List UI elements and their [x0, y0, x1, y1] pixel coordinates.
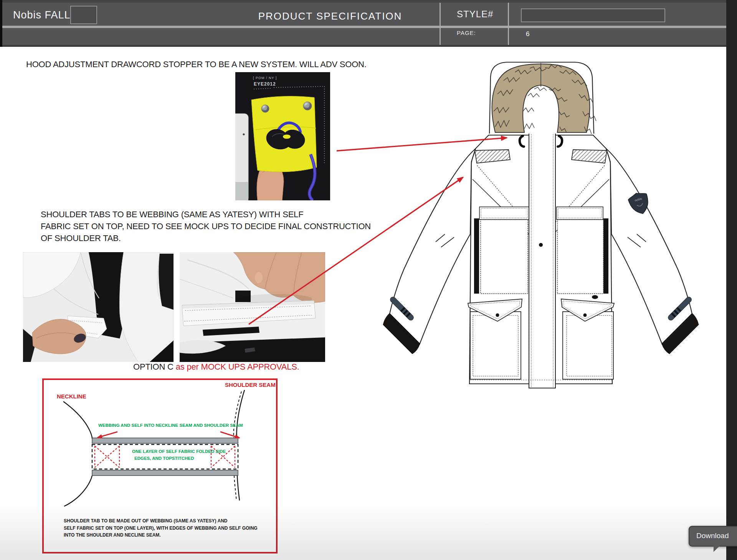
left-lower-pocket — [470, 312, 521, 379]
drawcord-stopper-art — [235, 72, 330, 200]
header-bottom-strip — [0, 45, 737, 47]
header-top-strip — [0, 0, 737, 3]
diagram-bottom-note-line1: SHOULDER TAB TO BE MADE OUT OF WEBBING (… — [64, 517, 258, 525]
right-pocket-snap — [583, 314, 587, 317]
self-fabric-note-line2: EDGES, AND TOPSTITCHED — [134, 456, 194, 461]
shoulder-tab-photo-2 — [180, 252, 325, 362]
shoulder-tab-note-line1: SHOULDER TABS TO BE WEBBING (SAME AS YAT… — [41, 208, 371, 220]
jacket-technical-drawing: nobis — [380, 54, 718, 407]
left-pocket-snap — [496, 314, 499, 317]
shoulder-tab-note: SHOULDER TABS TO BE WEBBING (SAME AS YAT… — [41, 208, 371, 244]
style-number-label: STYLE# — [457, 9, 493, 20]
download-button-label: Download — [689, 527, 737, 545]
download-button[interactable]: Download — [689, 526, 737, 547]
webbing-bar-bottom — [92, 470, 238, 476]
brand-title: Nobis FALL — [13, 9, 71, 21]
window-left-edge — [0, 0, 2, 47]
header-divider-1 — [440, 3, 441, 45]
right-chest-pocket — [557, 220, 603, 294]
window-right-edge[interactable] — [726, 0, 737, 560]
right-sleeve — [606, 149, 692, 344]
page-label: PAGE: — [457, 30, 476, 36]
right-lower-pocket — [563, 312, 613, 379]
header-divider-2 — [508, 3, 509, 45]
diagram-bottom-note: SHOULDER TAB TO BE MADE OUT OF WEBBING (… — [64, 517, 258, 539]
right-side-panel — [603, 218, 608, 294]
page-title: PRODUCT SPECIFICATION — [234, 10, 426, 22]
page: { "header": { "brand": "Nobis FALL", "ti… — [0, 0, 737, 560]
hood-adjustment-note: HOOD ADJUSTMENT DRAWCORD STOPPER TO BE A… — [26, 59, 367, 69]
diagram-bottom-note-line3: INTO THE SHOULDER AND NECLINE SEAM. — [64, 532, 258, 539]
right-chest-flap — [557, 207, 603, 220]
shoulder-tab-note-line2: FABRIC SET ON TOP, NEED TO SEE MOCK UPS … — [41, 220, 371, 232]
page-number: 6 — [526, 30, 529, 38]
left-side-panel — [474, 218, 479, 294]
style-number-input[interactable] — [521, 8, 665, 22]
webbing-bar-top — [92, 438, 238, 443]
option-label: OPTION C — [133, 362, 174, 372]
shoulder-seam-label: SHOULDER SEAM — [225, 382, 276, 388]
placket-snap — [539, 243, 543, 247]
option-note: OPTION C as per MOCK UPS APPROVALS. — [133, 362, 299, 372]
sample-card-code-line2: EYE2012 — [254, 81, 276, 87]
self-fabric-note-line1: ONE LAYER OF SELF FABRIC FOLDED SIDE — [132, 449, 226, 454]
cordlock-stopper — [266, 129, 305, 149]
header-row2 — [0, 28, 737, 45]
drawcord-stopper-photo: [ POM / NY ] EYE2012 — [235, 72, 330, 200]
left-chest-pocket — [481, 220, 528, 294]
drawcord-exit — [592, 295, 598, 299]
neckline-label: NECKLINE — [57, 393, 86, 400]
front-placket — [529, 133, 555, 388]
shoulder-tab-art-2 — [180, 252, 325, 362]
webbing-note: WEBBING AND SELF INTO NECKLINE SEAM AND … — [98, 423, 243, 428]
shoulder-tab-construction-diagram: NECKLINE SHOULDER SEAM WEBBING AND SELF … — [42, 378, 278, 553]
brand-season-box[interactable] — [70, 6, 97, 24]
shoulder-tab-photo-1 — [23, 252, 174, 362]
left-sleeve — [390, 149, 476, 344]
option-approval-note: as per MOCK UPS APPROVALS. — [174, 362, 299, 372]
sample-card-code-line1: [ POM / NY ] — [253, 76, 277, 80]
left-chest-flap — [479, 207, 529, 220]
shoulder-tab-note-line3: OF SHOULDER TAB. — [41, 232, 371, 244]
shoulder-tab-art-1 — [23, 252, 174, 362]
diagram-bottom-note-line2: SELF FABRIC SET ON TOP (ONE LAYER), WITH… — [64, 525, 258, 532]
